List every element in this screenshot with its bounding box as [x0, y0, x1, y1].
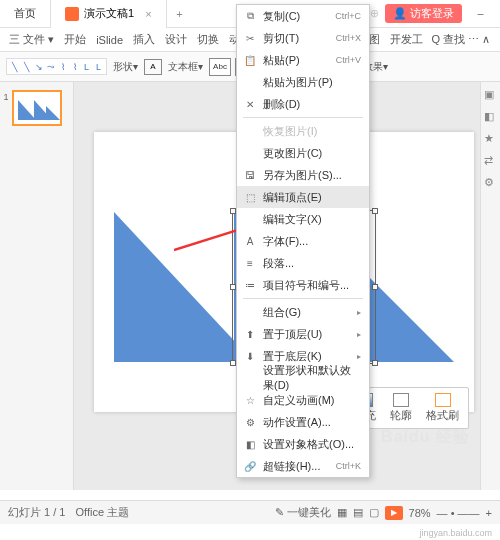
- prop-icon[interactable]: ⚙: [484, 176, 498, 190]
- slide-panel: 1: [0, 82, 74, 490]
- ctx-粘贴(P)[interactable]: 📋粘贴(P)Ctrl+V: [237, 49, 369, 71]
- login-button[interactable]: 👤 访客登录: [385, 4, 462, 23]
- slide-thumbnail-1[interactable]: 1: [12, 90, 62, 126]
- textbox-icon[interactable]: A: [144, 59, 162, 75]
- view-normal-icon[interactable]: ▦: [337, 506, 347, 519]
- view-read-icon[interactable]: ▢: [369, 506, 379, 519]
- trans-icon[interactable]: ⇄: [484, 154, 498, 168]
- share-icon[interactable]: ⋯: [468, 33, 479, 46]
- footer-watermark: jingyan.baidu.com: [419, 528, 492, 538]
- select-icon[interactable]: ▣: [484, 88, 498, 102]
- ctx-恢复图片(I)[interactable]: 恢复图片(I): [237, 120, 369, 142]
- ctx-另存为图片(S)...[interactable]: 🖫另存为图片(S)...: [237, 164, 369, 186]
- ctx-编辑文字(X)[interactable]: 编辑文字(X): [237, 208, 369, 230]
- watermark: Baidu 经验: [381, 427, 470, 448]
- new-tab-button[interactable]: +: [167, 0, 193, 28]
- play-button[interactable]: ▶: [385, 506, 403, 520]
- ctx-组合(G)[interactable]: 组合(G)▸: [237, 301, 369, 323]
- context-menu: ⧉复制(C)Ctrl+C✂剪切(T)Ctrl+X📋粘贴(P)Ctrl+V粘贴为图…: [236, 4, 370, 478]
- menu-start[interactable]: 开始: [61, 32, 89, 47]
- more-icon[interactable]: ∧: [482, 33, 490, 46]
- ctx-编辑顶点(E)[interactable]: ⬚编辑顶点(E): [237, 186, 369, 208]
- ctx-粘贴为图片(P)[interactable]: 粘贴为图片(P): [237, 71, 369, 93]
- ctx-动作设置(A)...[interactable]: ⚙动作设置(A)...: [237, 411, 369, 433]
- cloud-icon[interactable]: ⊕: [370, 7, 379, 20]
- tab-home[interactable]: 首页: [0, 0, 51, 28]
- menu-transition[interactable]: 切换: [194, 32, 222, 47]
- menu-islide[interactable]: iSlide: [93, 34, 126, 46]
- ctx-剪切(T)[interactable]: ✂剪切(T)Ctrl+X: [237, 27, 369, 49]
- slide-number: 1: [4, 92, 9, 102]
- theme-label: Office 主题: [75, 505, 129, 520]
- tab-document[interactable]: 演示文稿1 ×: [51, 0, 167, 28]
- svg-marker-2: [46, 106, 60, 120]
- palette-icon[interactable]: ◧: [484, 110, 498, 124]
- zoom-slider[interactable]: — • ——: [437, 507, 480, 519]
- svg-marker-0: [18, 100, 36, 120]
- ctx-更改图片(C)[interactable]: 更改图片(C): [237, 142, 369, 164]
- close-tab-icon[interactable]: ×: [145, 8, 151, 20]
- textbox-dropdown[interactable]: 文本框▾: [166, 60, 205, 74]
- view-sorter-icon[interactable]: ▤: [353, 506, 363, 519]
- ctx-置于顶层(U)[interactable]: ⬆置于顶层(U)▸: [237, 323, 369, 345]
- right-sidebar: ▣ ◧ ★ ⇄ ⚙: [480, 82, 500, 490]
- ppt-icon: [65, 7, 79, 21]
- shape-gallery[interactable]: ╲╲↘⤳ ⌇⌇LL: [6, 58, 107, 75]
- minimize-button[interactable]: ‒: [468, 2, 492, 26]
- style-preset-1[interactable]: Abc: [209, 58, 231, 76]
- statusbar: 幻灯片 1 / 1 Office 主题 ✎ 一键美化 ▦ ▤ ▢ ▶ 78% —…: [0, 500, 500, 524]
- fmt-outline[interactable]: 轮廓: [384, 391, 418, 425]
- anim-icon[interactable]: ★: [484, 132, 498, 146]
- ctx-字体(F)...[interactable]: A字体(F)...: [237, 230, 369, 252]
- zoom-value[interactable]: 78%: [409, 507, 431, 519]
- user-icon: 👤: [393, 7, 407, 20]
- zoom-out-icon[interactable]: +: [486, 507, 492, 519]
- fmt-painter[interactable]: 格式刷: [420, 391, 465, 425]
- ctx-项目符号和编号...[interactable]: ≔项目符号和编号...: [237, 274, 369, 296]
- ctx-复制(C)[interactable]: ⧉复制(C)Ctrl+C: [237, 5, 369, 27]
- ctx-删除(D)[interactable]: ✕删除(D): [237, 93, 369, 115]
- ctx-设置对象格式(O)...[interactable]: ◧设置对象格式(O)...: [237, 433, 369, 455]
- ctx-段落...[interactable]: ≡段落...: [237, 252, 369, 274]
- slide-indicator: 幻灯片 1 / 1: [8, 505, 65, 520]
- beautify-button[interactable]: ✎ 一键美化: [275, 505, 331, 520]
- ctx-自定义动画(M)[interactable]: ☆自定义动画(M): [237, 389, 369, 411]
- ctx-超链接(H)...[interactable]: 🔗超链接(H)...Ctrl+K: [237, 455, 369, 477]
- menu-insert[interactable]: 插入: [130, 32, 158, 47]
- shape-dropdown[interactable]: 形状▾: [111, 60, 140, 74]
- menu-design[interactable]: 设计: [162, 32, 190, 47]
- search-label[interactable]: Q 查找: [431, 32, 465, 47]
- menu-dev[interactable]: 开发工: [387, 32, 426, 47]
- ctx-设置形状和默认效果(D)[interactable]: 设置形状和默认效果(D): [237, 367, 369, 389]
- doc-title: 演示文稿1: [84, 6, 134, 21]
- file-menu[interactable]: 三 文件 ▾: [6, 32, 57, 47]
